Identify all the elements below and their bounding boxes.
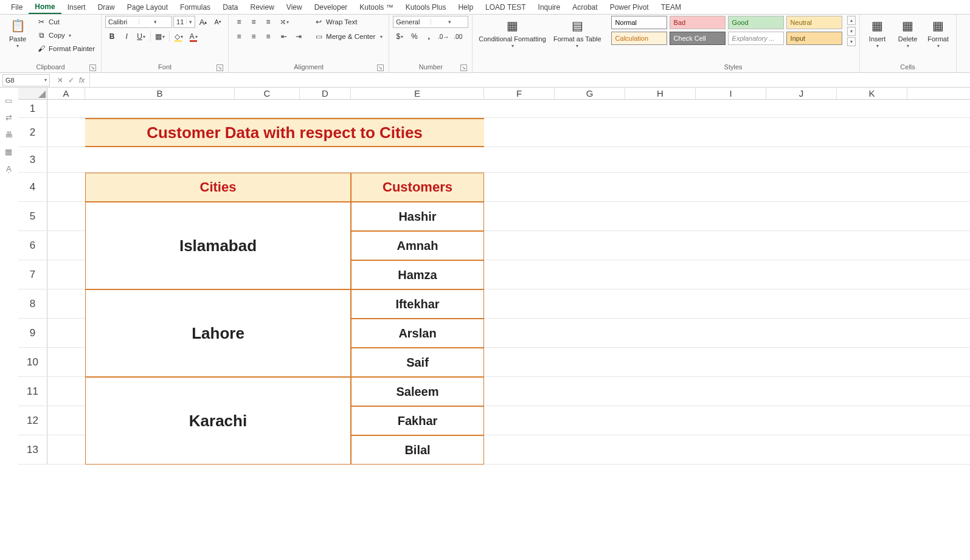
quick-icon-3[interactable]: 🖶 — [3, 130, 14, 141]
cell-H8[interactable] — [625, 289, 696, 318]
cell-B10[interactable] — [85, 348, 235, 376]
cell-B3[interactable] — [85, 147, 235, 172]
cell-F8[interactable] — [484, 289, 555, 318]
cancel-formula-icon[interactable]: ✕ — [57, 76, 63, 85]
align-center-icon[interactable]: ≡ — [247, 30, 260, 43]
header-customers[interactable]: Customers — [351, 173, 484, 202]
cell-I9[interactable] — [696, 319, 766, 347]
decrease-indent-icon[interactable]: ⇤ — [277, 30, 291, 43]
cell-A12[interactable] — [47, 406, 85, 435]
cell-G3[interactable] — [555, 147, 625, 172]
cell-I3[interactable] — [696, 147, 766, 172]
align-left-icon[interactable]: ≡ — [232, 30, 246, 43]
style-good[interactable]: Good — [728, 16, 784, 29]
cell-I10[interactable] — [696, 348, 766, 376]
tab-view[interactable]: View — [280, 1, 308, 13]
cell-A10[interactable] — [47, 348, 85, 376]
formula-input[interactable] — [89, 73, 970, 87]
cell-I1[interactable] — [696, 100, 766, 117]
cell-F6[interactable] — [484, 231, 555, 260]
cell-H10[interactable] — [625, 348, 696, 376]
comma-icon[interactable]: , — [422, 30, 435, 43]
row-header-4[interactable]: 4 — [18, 173, 47, 201]
tab-file[interactable]: File — [5, 1, 29, 13]
format-as-table-button[interactable]: ▤ Format as Table▾ — [551, 16, 604, 50]
cell-F11[interactable] — [484, 377, 555, 406]
cell-F9[interactable] — [484, 319, 555, 347]
cell-C3[interactable] — [235, 147, 300, 172]
underline-icon[interactable]: U — [134, 30, 148, 43]
style-explanatory-[interactable]: Explanatory ... — [728, 32, 784, 45]
cell-G10[interactable] — [555, 348, 625, 376]
cell-E11[interactable]: Saleem — [351, 377, 484, 406]
cell-G9[interactable] — [555, 319, 625, 347]
cell-E8[interactable]: Iftekhar — [351, 289, 484, 318]
number-format-combo[interactable]: General▾ — [393, 16, 468, 28]
cell-G6[interactable] — [555, 231, 625, 260]
quick-icon-4[interactable]: ▦ — [3, 147, 14, 158]
row-header-5[interactable]: 5 — [18, 202, 47, 230]
cell-D10[interactable] — [300, 348, 351, 376]
col-header-B[interactable]: B — [85, 88, 235, 99]
cell-E7[interactable]: Hamza — [351, 260, 484, 289]
cell-D4[interactable] — [300, 173, 351, 201]
style-input[interactable]: Input — [786, 32, 842, 45]
cell-A1[interactable] — [47, 100, 85, 117]
cell-D9[interactable] — [300, 319, 351, 347]
name-box[interactable]: G8▾ — [2, 74, 50, 86]
increase-font-icon[interactable]: A▴ — [196, 16, 210, 28]
cell-E12[interactable]: Fakhar — [351, 406, 484, 435]
customer-hashir[interactable]: Hashir — [351, 202, 484, 231]
cell-G4[interactable] — [555, 173, 625, 201]
cell-K7[interactable] — [837, 260, 907, 289]
cell-K4[interactable] — [837, 173, 907, 201]
decrease-font-icon[interactable]: A▾ — [211, 16, 224, 28]
style-bad[interactable]: Bad — [670, 16, 726, 29]
font-name-combo[interactable]: Calibri▾ — [105, 16, 172, 28]
cell-G1[interactable] — [555, 100, 625, 117]
increase-indent-icon[interactable]: ⇥ — [292, 30, 305, 43]
cell-J6[interactable] — [766, 231, 837, 260]
row-header-12[interactable]: 12 — [18, 406, 47, 435]
col-header-J[interactable]: J — [766, 88, 837, 99]
tab-team[interactable]: TEAM — [655, 1, 687, 13]
cell-C5[interactable] — [235, 202, 300, 230]
cell-C6[interactable] — [235, 231, 300, 260]
cell-E5[interactable]: Hashir — [351, 202, 484, 230]
align-right-icon[interactable]: ≡ — [262, 30, 275, 43]
cell-A4[interactable] — [47, 173, 85, 201]
cell-K12[interactable] — [837, 406, 907, 435]
cell-D13[interactable] — [300, 435, 351, 464]
tab-insert[interactable]: Insert — [61, 1, 92, 13]
cell-C4[interactable] — [235, 173, 300, 201]
align-top-icon[interactable]: ≡ — [232, 16, 246, 28]
cell-D12[interactable] — [300, 406, 351, 435]
cell-B6[interactable] — [85, 231, 235, 260]
quick-icon-2[interactable]: ⇄ — [3, 113, 14, 124]
cell-F7[interactable] — [484, 260, 555, 289]
customer-iftekhar[interactable]: Iftekhar — [351, 289, 484, 319]
col-header-K[interactable]: K — [837, 88, 907, 99]
cell-F2[interactable] — [484, 118, 555, 147]
tab-developer[interactable]: Developer — [308, 1, 354, 13]
accept-formula-icon[interactable]: ✓ — [68, 76, 74, 85]
cell-H6[interactable] — [625, 231, 696, 260]
cell-E9[interactable]: Arslan — [351, 319, 484, 347]
cell-H3[interactable] — [625, 147, 696, 172]
cell-B11[interactable]: Karachi — [85, 377, 235, 406]
cell-B12[interactable] — [85, 406, 235, 435]
cell-D11[interactable] — [300, 377, 351, 406]
cell-H9[interactable] — [625, 319, 696, 347]
tab-inquire[interactable]: Inquire — [532, 1, 567, 13]
cell-H12[interactable] — [625, 406, 696, 435]
cell-A3[interactable] — [47, 147, 85, 172]
cell-K8[interactable] — [837, 289, 907, 318]
cell-J7[interactable] — [766, 260, 837, 289]
tab-data[interactable]: Data — [217, 1, 244, 13]
cell-styles-gallery[interactable]: NormalBadGoodNeutralCalculationCheck Cel… — [611, 16, 844, 46]
col-header-E[interactable]: E — [351, 88, 484, 99]
cell-J1[interactable] — [766, 100, 837, 117]
conditional-formatting-button[interactable]: ▦ Conditional Formatting▾ — [476, 16, 549, 50]
cell-C7[interactable] — [235, 260, 300, 289]
font-color-icon[interactable]: A — [187, 30, 200, 43]
